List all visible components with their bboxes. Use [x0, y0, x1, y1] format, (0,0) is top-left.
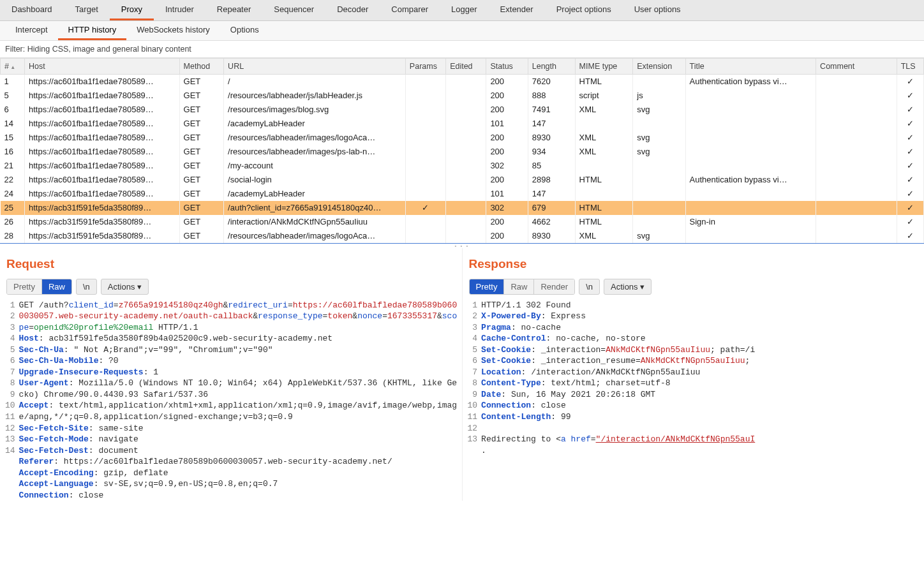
col-length[interactable]: Length [528, 59, 575, 75]
cell-method: GET [179, 117, 224, 131]
col-host[interactable]: Host [24, 59, 179, 75]
cell-url: /social-login [224, 173, 406, 187]
cell-n: 26 [1, 215, 25, 229]
col-comment[interactable]: Comment [816, 59, 897, 75]
cell-params [405, 215, 445, 229]
proxy-sub-tabs: InterceptHTTP historyWebSockets historyO… [0, 21, 924, 41]
filter-row[interactable]: Filter: Hiding CSS, image and general bi… [0, 41, 924, 58]
table-row[interactable]: 28https://acb31f591fe5da3580f89…GET/reso… [1, 229, 924, 243]
table-row[interactable]: 25https://acb31f591fe5da3580f89…GET/auth… [1, 201, 924, 215]
response-panel: Response PrettyRawRender \n Actions 1234… [463, 248, 925, 501]
sub-tab-intercept[interactable]: Intercept [5, 21, 58, 40]
main-tab-sequencer[interactable]: Sequencer [262, 0, 325, 20]
chevron-down-icon [638, 282, 645, 292]
cell-n: 25 [1, 201, 25, 215]
col-method[interactable]: Method [179, 59, 224, 75]
newline-toggle[interactable]: \n [76, 279, 97, 295]
cell-method: GET [179, 173, 224, 187]
cell-ext [633, 75, 685, 89]
cell-mime [575, 159, 633, 173]
cell-ext: svg [633, 103, 685, 117]
main-tab-intruder[interactable]: Intruder [154, 0, 205, 20]
sub-tab-http-history[interactable]: HTTP history [58, 21, 127, 40]
cell-method: GET [179, 215, 224, 229]
cell-comment [816, 173, 897, 187]
table-row[interactable]: 16https://ac601fba1f1edae780589…GET/reso… [1, 145, 924, 159]
cell-host: https://ac601fba1f1edae780589… [24, 75, 179, 89]
main-tab-proxy[interactable]: Proxy [110, 0, 154, 20]
table-row[interactable]: 24https://ac601fba1f1edae780589…GET/acad… [1, 187, 924, 201]
cell-ext: svg [633, 145, 685, 159]
request-gutter: 1234567891011121314 [4, 300, 19, 501]
newline-toggle[interactable]: \n [579, 279, 600, 295]
cell-host: https://ac601fba1f1edae780589… [24, 131, 179, 145]
cell-comment [816, 145, 897, 159]
sub-tab-options[interactable]: Options [220, 21, 269, 40]
table-row[interactable]: 5https://ac601fba1f1edae780589…GET/resou… [1, 89, 924, 103]
cell-len: 679 [528, 201, 575, 215]
cell-params [405, 145, 445, 159]
cell-len: 7620 [528, 75, 575, 89]
cell-mime [575, 117, 633, 131]
horizontal-splitter[interactable]: • • • [0, 243, 924, 248]
cell-tls: ✓ [897, 173, 923, 187]
col-edited[interactable]: Edited [446, 59, 486, 75]
cell-title: Authentication bypass vi… [685, 173, 816, 187]
cell-comment [816, 159, 897, 173]
main-tab-user-options[interactable]: User options [623, 0, 692, 20]
actions-dropdown[interactable]: Actions [101, 279, 149, 295]
main-tab-decoder[interactable]: Decoder [325, 0, 380, 20]
cell-ext [633, 215, 685, 229]
col-extension[interactable]: Extension [633, 59, 685, 75]
table-row[interactable]: 6https://ac601fba1f1edae780589…GET/resou… [1, 103, 924, 117]
col-title[interactable]: Title [685, 59, 816, 75]
main-tab-logger[interactable]: Logger [440, 0, 488, 20]
cell-title [685, 229, 816, 243]
table-row[interactable]: 15https://ac601fba1f1edae780589…GET/reso… [1, 131, 924, 145]
cell-mime: HTML [575, 215, 633, 229]
col-url[interactable]: URL [224, 59, 406, 75]
cell-title [685, 159, 816, 173]
main-tab-repeater[interactable]: Repeater [205, 0, 262, 20]
table-row[interactable]: 22https://ac601fba1f1edae780589…GET/soci… [1, 173, 924, 187]
view-raw[interactable]: Raw [504, 279, 534, 294]
col-tls[interactable]: TLS [897, 59, 923, 75]
table-row[interactable]: 14https://ac601fba1f1edae780589…GET/acad… [1, 117, 924, 131]
cell-len: 147 [528, 117, 575, 131]
cell-mime: HTML [575, 75, 633, 89]
cell-tls: ✓ [897, 75, 923, 89]
table-row[interactable]: 21https://ac601fba1f1edae780589…GET/my-a… [1, 159, 924, 173]
cell-method: GET [179, 131, 224, 145]
table-row[interactable]: 1https://ac601fba1f1edae780589…GET/20076… [1, 75, 924, 89]
view-raw[interactable]: Raw [42, 279, 71, 294]
main-tab-extender[interactable]: Extender [489, 0, 545, 20]
main-tab-dashboard[interactable]: Dashboard [0, 0, 64, 20]
cell-params [405, 229, 445, 243]
col-status[interactable]: Status [486, 59, 528, 75]
cell-mime: XML [575, 229, 633, 243]
cell-method: GET [179, 145, 224, 159]
view-pretty[interactable]: Pretty [7, 279, 42, 294]
actions-dropdown[interactable]: Actions [604, 279, 652, 295]
view-render[interactable]: Render [534, 279, 574, 294]
cell-len: 147 [528, 187, 575, 201]
http-history-table: #HostMethodURLParamsEditedStatusLengthMI… [0, 58, 924, 243]
cell-len: 7491 [528, 103, 575, 117]
sub-tab-websockets-history[interactable]: WebSockets history [126, 21, 220, 40]
request-body[interactable]: GET /auth?client_id=z7665a919145180qz40g… [19, 300, 458, 501]
main-tab-target[interactable]: Target [64, 0, 110, 20]
cell-url: /resources/labheader/images/logoAca… [224, 229, 406, 243]
table-row[interactable]: 26https://acb31f591fe5da3580f89…GET/inte… [1, 215, 924, 229]
main-tab-project-options[interactable]: Project options [545, 0, 623, 20]
col-mime-type[interactable]: MIME type [575, 59, 633, 75]
cell-n: 22 [1, 173, 25, 187]
col--[interactable]: # [1, 59, 25, 75]
view-pretty[interactable]: Pretty [470, 279, 505, 294]
cell-mime [575, 187, 633, 201]
cell-len: 8930 [528, 229, 575, 243]
response-heading: Response [469, 257, 921, 271]
main-tab-comparer[interactable]: Comparer [380, 0, 440, 20]
response-body[interactable]: HTTP/1.1 302 Found X-Powered-By: Express… [481, 300, 920, 457]
cell-edited [446, 159, 486, 173]
col-params[interactable]: Params [405, 59, 445, 75]
